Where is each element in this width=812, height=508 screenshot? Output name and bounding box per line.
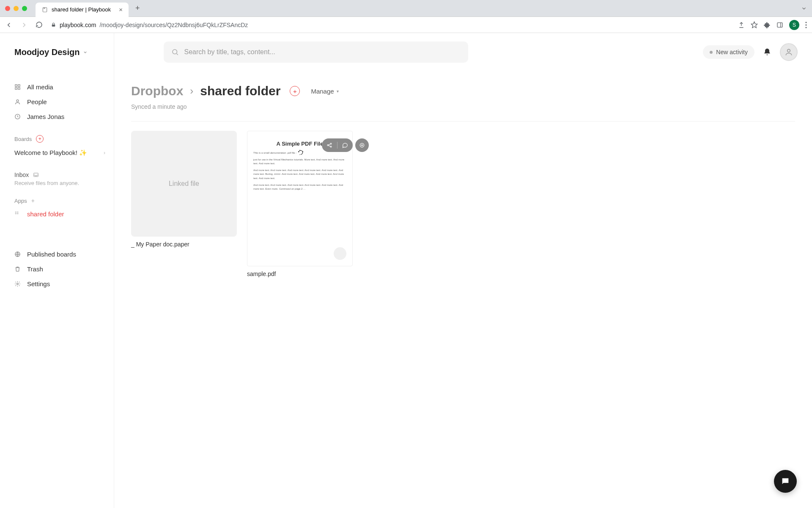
manage-button[interactable]: Manage ▾ <box>311 88 338 95</box>
add-item-button[interactable]: + <box>290 86 300 96</box>
share-button[interactable] <box>325 141 334 149</box>
file-card[interactable]: A Simple PDF File This is a small demons… <box>247 131 353 277</box>
dropbox-icon <box>14 211 22 217</box>
bell-icon[interactable] <box>763 48 771 56</box>
sidebar-item-label: shared folder <box>27 210 64 218</box>
kebab-icon[interactable] <box>805 22 807 28</box>
sidebar-item-all-media[interactable]: All media <box>14 80 105 94</box>
sidebar-item-people[interactable]: People <box>14 94 105 109</box>
manage-label: Manage <box>311 88 334 95</box>
pdf-preview-line: And more text. And more text. And more t… <box>253 168 346 181</box>
activity-dot-icon <box>710 51 713 54</box>
close-icon[interactable]: × <box>119 6 123 13</box>
grid-icon <box>14 84 22 90</box>
browser-actions: S <box>738 20 807 30</box>
search-input[interactable] <box>184 48 461 56</box>
more-actions-button[interactable] <box>355 138 369 152</box>
chevron-down-icon: ▾ <box>337 89 339 94</box>
file-name: _ My Paper doc.paper <box>131 241 237 248</box>
window-minimize[interactable] <box>14 6 19 11</box>
sidebar-app-shared-folder[interactable]: shared folder <box>14 207 105 221</box>
workspace-switcher[interactable]: Moodjoy Design <box>14 47 88 57</box>
address-bar: playbook.com/moodjoy-design/sources/Qz2N… <box>0 17 812 33</box>
avatar[interactable] <box>780 43 798 61</box>
globe-icon <box>14 251 22 257</box>
browser-tab[interactable]: shared folder | Playbook × <box>36 3 129 17</box>
sidebar-board-item[interactable]: Welcome to Playbook! ✨ › <box>14 145 105 160</box>
new-tab-button[interactable]: + <box>132 2 143 14</box>
lock-icon <box>51 22 56 28</box>
breadcrumb-current: shared folder <box>200 84 280 98</box>
sync-status: Synced a minute ago <box>131 103 795 110</box>
chevron-down-icon <box>83 50 88 55</box>
extensions-icon[interactable] <box>764 22 771 28</box>
sidebar-item-settings[interactable]: Settings <box>14 276 105 291</box>
breadcrumb-separator: › <box>190 85 193 97</box>
sidebar-heading-boards: Boards + <box>14 135 105 143</box>
svg-rect-1 <box>52 25 55 27</box>
breadcrumb-root[interactable]: Dropbox <box>131 84 183 98</box>
reload-button[interactable] <box>36 21 46 28</box>
breadcrumb: Dropbox › shared folder + Manage ▾ <box>131 84 795 98</box>
new-activity-label: New activity <box>716 49 748 55</box>
url-host: playbook.com <box>60 22 96 28</box>
sidebar-item-label: People <box>27 98 47 105</box>
divider <box>337 142 337 149</box>
window-close[interactable] <box>5 6 10 11</box>
comment-button[interactable] <box>341 141 349 149</box>
divider <box>131 121 795 121</box>
add-app-button[interactable]: + <box>31 197 35 204</box>
svg-point-18 <box>17 283 19 285</box>
add-board-button[interactable]: + <box>36 135 44 143</box>
trash-icon <box>14 266 22 272</box>
window-maximize[interactable] <box>22 6 27 11</box>
chevron-right-icon: › <box>104 150 105 156</box>
sidebar-item-published[interactable]: Published boards <box>14 247 105 262</box>
sidebar: All media People James Jonas Boards + We… <box>0 33 114 508</box>
forward-button[interactable] <box>20 21 30 29</box>
sidebar-item-label: Published boards <box>27 251 76 258</box>
sidebar-item-label: Settings <box>27 280 50 287</box>
search-bar[interactable] <box>164 41 468 63</box>
tab-title: shared folder | Playbook <box>52 6 111 13</box>
svg-rect-11 <box>18 85 20 86</box>
svg-point-7 <box>805 27 807 28</box>
svg-rect-12 <box>15 88 17 89</box>
pdf-preview-line: just for use in the Virtual Mechanics tu… <box>253 158 346 166</box>
star-icon[interactable] <box>751 21 758 28</box>
search-icon <box>171 48 179 56</box>
tab-favicon <box>41 6 48 13</box>
thumb-text: Linked file <box>169 180 199 188</box>
browser-profile[interactable]: S <box>789 20 799 30</box>
sidebar-item-inbox[interactable]: Inbox <box>14 171 105 178</box>
heading-label: Boards <box>14 136 32 142</box>
url-field[interactable]: playbook.com/moodjoy-design/sources/Qz2N… <box>51 22 733 28</box>
chat-fab[interactable] <box>774 470 797 493</box>
sidebar-item-label: All media <box>27 83 53 91</box>
profile-initial: S <box>793 22 796 28</box>
inbox-icon <box>33 172 39 178</box>
board-label: Welcome to Playbook! ✨ <box>14 149 87 157</box>
svg-rect-10 <box>15 85 17 86</box>
file-thumbnail: Linked file <box>131 131 237 237</box>
sidepanel-icon[interactable] <box>776 22 783 28</box>
chevron-down-icon[interactable] <box>801 6 807 11</box>
file-grid: Linked file _ My Paper doc.paper A Simpl… <box>131 131 795 277</box>
file-name: sample.pdf <box>247 271 353 277</box>
app-topbar: Moodjoy Design New activity <box>0 33 812 71</box>
sidebar-bottom: Published boards Trash Settings <box>14 247 105 291</box>
new-activity-button[interactable]: New activity <box>703 45 754 59</box>
sidebar-heading-apps: Apps + <box>14 197 105 204</box>
main-content: Dropbox › shared folder + Manage ▾ Synce… <box>114 33 812 508</box>
file-card[interactable]: Linked file _ My Paper doc.paper <box>131 131 237 248</box>
share-icon[interactable] <box>738 22 745 28</box>
person-icon <box>14 99 22 105</box>
browser-tab-strip: shared folder | Playbook × + <box>0 0 812 17</box>
sidebar-item-trash[interactable]: Trash <box>14 262 105 276</box>
svg-rect-13 <box>18 88 20 89</box>
back-button[interactable] <box>5 21 15 29</box>
favorite-button[interactable] <box>334 247 346 260</box>
action-cluster <box>322 138 353 152</box>
sidebar-item-recent-user[interactable]: James Jonas <box>14 109 105 124</box>
window-controls <box>5 6 27 11</box>
